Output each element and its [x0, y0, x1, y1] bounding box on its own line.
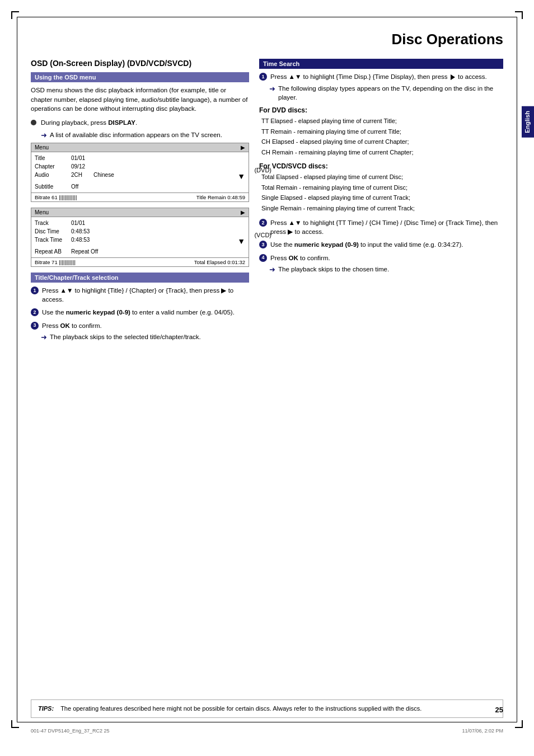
- osd-main-title: OSD (On-Screen Display) (DVD/VCD/SVCD): [31, 59, 249, 68]
- time-step4-arrow: ➜ The playback skips to the chosen time.: [269, 265, 503, 275]
- border-right: [517, 17, 517, 722]
- left-column: OSD (On-Screen Display) (DVD/VCD/SVCD) U…: [31, 59, 249, 345]
- time-step4: 4 Press OK to confirm.: [259, 253, 503, 262]
- vcd-item-4: Single Remain - remaining playing time o…: [261, 204, 503, 213]
- right-column: Time Search 1 Press ▲▼ to highlight {Tim…: [259, 59, 503, 345]
- vcd-item-2: Total Remain - remaining playing time of…: [261, 183, 503, 192]
- dvd-menu-header: Menu ▶: [31, 143, 249, 152]
- vcd-row-disctime: Disc Time 0:48:53: [35, 227, 245, 236]
- vcd-menu-box: Menu ▶ Track 01/01 Disc Time 0:48:53: [31, 208, 249, 267]
- dvd-item-2: TT Remain - remaining playing time of cu…: [261, 127, 503, 137]
- time-step1-content: Press ▲▼ to highlight {Time Disp.} {Time…: [270, 72, 503, 81]
- dvd-menu-box: Menu ▶ Title 01/01 Chapter 09/12: [31, 143, 249, 202]
- title-step2: 2 Use the numeric keypad (0-9) to enter …: [31, 308, 249, 317]
- page-title: Disc Operations: [392, 31, 503, 48]
- dvd-disc-items: TT Elapsed - elapsed playing time of cur…: [261, 116, 503, 157]
- vcd-menu-play-icon: ▶: [241, 209, 245, 215]
- vcd-item-3: Single Elapsed - elapsed playing time of…: [261, 193, 503, 203]
- time-step2-circle: 2: [259, 219, 267, 227]
- step2-circle: 2: [31, 308, 39, 316]
- corner-br: [515, 720, 523, 728]
- dvd-row-title: Title 01/01: [35, 154, 245, 162]
- osd-bullet1-content: During playback, press DISPLAY.: [41, 118, 249, 127]
- dvd-discs-title: For DVD discs:: [259, 106, 503, 114]
- time-step2: 2 Press ▲▼ to highlight {TT Time} / {CH …: [259, 218, 503, 236]
- dvd-item-4: CH Remain - remaining playing time of cu…: [261, 148, 503, 157]
- page-header: Disc Operations: [392, 31, 503, 48]
- step1-circle: 1: [31, 287, 39, 294]
- dvd-menu-footer: Bitrate 61 ||||||||||||| Title Remain 0:…: [31, 192, 249, 201]
- time-search-header: Time Search: [259, 59, 503, 69]
- dvd-row-chapter: Chapter 09/12: [35, 162, 245, 171]
- title-step1: 1 Press ▲▼ to highlight {Title} / {Chapt…: [31, 286, 249, 304]
- vcd-menu-header: Menu ▶: [31, 208, 249, 217]
- border-top: [17, 17, 517, 17]
- vcd-row-repeatab: Repeat AB Repeat Off: [35, 247, 245, 256]
- title-step3-arrow: ➜ The playback skips to the selected tit…: [41, 332, 249, 342]
- vcd-item-1: Total Elapsed - elapsed playing time of …: [261, 172, 503, 182]
- dvd-menu-body: Title 01/01 Chapter 09/12 Audio 2CH Chin…: [31, 152, 249, 192]
- bullet-dot-1: [31, 120, 36, 125]
- time-step3-content: Use the numeric keypad (0-9) to input th…: [270, 240, 503, 249]
- vcd-menu-body: Track 01/01 Disc Time 0:48:53 Track Time…: [31, 217, 249, 257]
- time-step1-circle: 1: [259, 73, 267, 81]
- time-step2-content: Press ▲▼ to highlight {TT Time} / {CH Ti…: [270, 218, 503, 236]
- arrow-symbol-2: ➜: [41, 332, 47, 342]
- arrow-symbol-1: ➜: [41, 130, 47, 140]
- time-step4-circle: 4: [259, 254, 267, 262]
- dvd-disc-label: (DVD): [254, 167, 271, 173]
- title-chapter-sub-header: Title/Chapter/Track selection: [31, 273, 249, 283]
- border-left: [17, 17, 17, 722]
- vcd-menu-wrapper: Menu ▶ Track 01/01 Disc Time 0:48:53: [31, 208, 249, 267]
- tips-bar: TIPS: The operating features described h…: [31, 699, 503, 718]
- arrow-symbol-4: ➜: [269, 265, 275, 275]
- time-step3-circle: 3: [259, 241, 267, 248]
- corner-tl: [11, 11, 19, 19]
- language-tab: English: [522, 106, 534, 138]
- title-step1-content: Press ▲▼ to highlight {Title} / {Chapter…: [42, 286, 249, 304]
- step3-circle: 3: [31, 322, 39, 330]
- vcd-row-track: Track 01/01: [35, 219, 245, 227]
- dvd-menu-wrapper: Menu ▶ Title 01/01 Chapter 09/12: [31, 143, 249, 202]
- osd-body-text: OSD menu shows the disc playback informa…: [31, 86, 249, 114]
- corner-bl: [11, 720, 19, 728]
- dvd-item-1: TT Elapsed - elapsed playing time of cur…: [261, 116, 503, 126]
- tips-label: TIPS:: [38, 705, 54, 713]
- page-number: 25: [495, 706, 503, 714]
- dvd-item-3: CH Elapsed - elapsed playing time of cur…: [261, 137, 503, 147]
- time-step1-arrow: ➜ The following display types appears on…: [269, 84, 503, 102]
- arrow-symbol-3: ➜: [269, 84, 275, 94]
- dvd-menu-play-icon: ▶: [241, 144, 245, 151]
- dvd-row-subtitle: Subtitle Off: [35, 182, 245, 191]
- osd-bullet1: During playback, press DISPLAY.: [31, 118, 249, 127]
- vcd-discs-title: For VCD/SVCD discs:: [259, 162, 503, 170]
- time-step3: 3 Use the numeric keypad (0-9) to input …: [259, 240, 503, 249]
- time-step4-content: Press OK to confirm.: [270, 253, 503, 262]
- vcd-disc-label: (VCD): [254, 232, 271, 238]
- time-step1: 1 Press ▲▼ to highlight {Time Disp.} {Ti…: [259, 72, 503, 81]
- two-column-layout: OSD (On-Screen Display) (DVD/VCD/SVCD) U…: [31, 59, 503, 345]
- dvd-row-audio: Audio 2CH Chinese ▼: [35, 171, 245, 182]
- vcd-row-tracktime: Track Time 0:48:53 ▼: [35, 236, 245, 247]
- tips-text: The operating features described here mi…: [60, 705, 421, 713]
- border-bottom: [17, 722, 517, 722]
- title-step3-content: Press OK to confirm.: [42, 321, 249, 330]
- title-step2-content: Use the numeric keypad (0-9) to enter a …: [42, 308, 249, 317]
- osd-sub-header: Using the OSD menu: [31, 72, 249, 82]
- vcd-menu-footer: Bitrate 71 |||||||||||| Total Elapsed 0:…: [31, 257, 249, 266]
- footer-left: 001-47 DVP5140_Eng_37_RC2 25: [31, 728, 110, 734]
- footer-right: 11/07/06, 2:02 PM: [462, 728, 503, 734]
- vcd-disc-items: Total Elapsed - elapsed playing time of …: [261, 172, 503, 213]
- content-area: OSD (On-Screen Display) (DVD/VCD/SVCD) U…: [31, 59, 503, 706]
- dvd-scroll-arrow: ▼: [237, 171, 245, 182]
- title-step3: 3 Press OK to confirm.: [31, 321, 249, 330]
- vcd-scroll-arrow: ▼: [237, 236, 245, 247]
- osd-arrow1: ➜ A list of available disc information a…: [41, 130, 249, 140]
- corner-tr: [515, 11, 523, 19]
